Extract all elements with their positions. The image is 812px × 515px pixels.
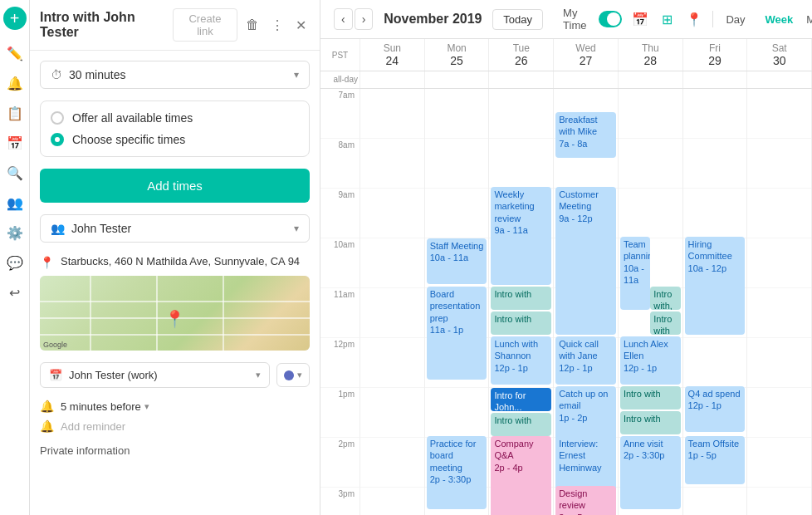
- calendar-grid: PST Sun 24 Mon 25 Tue 26 Wed 27 Thu 28: [320, 39, 812, 515]
- allday-cell-thu: [619, 71, 683, 88]
- color-select[interactable]: ▾: [276, 363, 310, 387]
- allday-cell-fri: [683, 71, 748, 88]
- location-map: 📍 Google: [40, 276, 310, 351]
- event-team-planning[interactable]: Team planning 10a - 11a: [620, 237, 650, 310]
- event-customer-meeting[interactable]: Customer Meeting 9a - 12p: [555, 187, 616, 335]
- event-intro-1[interactable]: Intro with: [491, 287, 551, 310]
- offer-all-times-option[interactable]: Offer all available times: [51, 111, 299, 125]
- choose-specific-radio[interactable]: [51, 133, 64, 146]
- week-view-button[interactable]: Week: [759, 10, 800, 29]
- event-intro-2[interactable]: Intro with: [491, 311, 551, 335]
- sidebar-notifications-icon[interactable]: 🔔: [2, 70, 28, 96]
- month-view-dropdown[interactable]: Month ▾: [806, 13, 812, 26]
- event-title: Intro with: [494, 313, 548, 325]
- reminder-row: 🔔 5 minutes before ▾: [40, 400, 310, 413]
- time-8am: 8am: [320, 139, 360, 189]
- my-time-switch[interactable]: [599, 11, 621, 27]
- event-intro-thu-4[interactable]: Intro with: [620, 411, 681, 434]
- duration-label: 30 minutes: [69, 68, 294, 81]
- event-title: Lunch Alex Ellen: [624, 338, 677, 362]
- event-title: Intro with: [494, 414, 548, 426]
- calendar-chevron-icon: ▾: [256, 370, 261, 380]
- location-view-icon[interactable]: 📍: [682, 8, 706, 31]
- time-9am: 9am: [320, 189, 360, 238]
- more-options-icon[interactable]: ⋮: [267, 14, 287, 37]
- sidebar-people-icon[interactable]: 👥: [2, 189, 28, 216]
- private-info-label: Private information: [40, 444, 310, 457]
- calendar-select[interactable]: 📅 John Tester (work) ▾: [40, 362, 270, 388]
- sidebar-calendar-icon[interactable]: 📅: [2, 130, 28, 156]
- days-grid: Staff Meeting 10a - 11a Board presentati…: [360, 89, 812, 515]
- event-title: Interview: Ernest Heminway: [559, 438, 613, 473]
- sidebar-tasks-icon[interactable]: 📋: [2, 100, 28, 126]
- color-chevron-icon: ▾: [297, 370, 302, 380]
- event-weekly-marketing[interactable]: Weekly marketing review 9a - 11a: [491, 187, 551, 285]
- grid-view-icon[interactable]: ⊞: [658, 8, 676, 31]
- event-intro-3[interactable]: Intro with: [491, 413, 551, 436]
- sidebar-back-icon[interactable]: ↩: [2, 279, 28, 306]
- event-intro-thu-2[interactable]: Intro with: [650, 311, 680, 335]
- time-11am: 11am: [320, 288, 360, 338]
- event-intro-thu-1[interactable]: Intro with, 11a: [650, 287, 680, 310]
- event-lunch-alex[interactable]: Lunch Alex Ellen 12p - 1p: [620, 336, 681, 385]
- event-title: Intro with John Tester: [40, 10, 173, 40]
- duration-select[interactable]: ⏱ 30 minutes ▾: [40, 61, 310, 89]
- close-icon[interactable]: ✕: [292, 14, 310, 37]
- event-lunch-shannon[interactable]: Lunch with Shannon 12p - 1p: [491, 336, 551, 385]
- event-quick-call-jane[interactable]: Quick call with Jane 12p - 1p: [555, 336, 616, 385]
- day-view-button[interactable]: Day: [719, 10, 751, 29]
- delete-icon[interactable]: 🗑: [242, 14, 262, 36]
- allday-cell-tue: [489, 71, 554, 88]
- next-month-button[interactable]: ›: [355, 8, 374, 30]
- offer-all-radio[interactable]: [51, 111, 64, 125]
- sidebar-search-icon[interactable]: 🔍: [2, 159, 28, 186]
- event-intro-thu-3[interactable]: Intro with: [620, 386, 681, 410]
- sidebar-chat-icon[interactable]: 💬: [2, 249, 28, 276]
- event-breakfast-mike[interactable]: Breakfast with Mike 7a - 8a: [555, 112, 616, 158]
- event-title: Customer Meeting: [559, 189, 613, 213]
- sidebar-edit-icon[interactable]: ✏️: [2, 40, 28, 66]
- sidebar-settings-icon[interactable]: ⚙️: [2, 219, 28, 246]
- event-hiring-committee[interactable]: Hiring Committee 10a - 12p: [685, 237, 746, 335]
- event-time: 9a - 12p: [559, 213, 613, 224]
- event-time: 1p - 2p: [559, 412, 613, 424]
- event-title: Lunch with Shannon: [494, 338, 548, 362]
- event-time: 10a - 11a: [624, 262, 647, 287]
- choose-specific-option[interactable]: Choose specific times: [51, 133, 299, 146]
- day-col-mon: Staff Meeting 10a - 11a Board presentati…: [425, 89, 490, 515]
- create-link-button[interactable]: Create link: [173, 8, 237, 42]
- event-intro-for-john[interactable]: Intro for John...: [491, 388, 551, 411]
- event-anne-visit[interactable]: Anne visit 2p - 3:30p: [620, 436, 681, 509]
- time-2pm: 2pm: [320, 438, 360, 488]
- event-title: Staff Meeting: [430, 240, 484, 252]
- time-12pm: 12pm: [320, 338, 360, 388]
- my-time-label: My Time: [563, 7, 594, 32]
- event-time: 12p - 1p: [688, 400, 742, 411]
- event-board-prep[interactable]: Board presentation prep 11a - 1p: [427, 287, 487, 380]
- month-view-label: Month: [806, 13, 812, 26]
- person-chevron-icon: ▾: [294, 223, 299, 234]
- person-icon: 👥: [51, 222, 65, 235]
- prev-month-button[interactable]: ‹: [334, 8, 353, 30]
- add-event-button[interactable]: +: [3, 7, 27, 30]
- day-col-tue: Weekly marketing review 9a - 11a Intro w…: [489, 89, 554, 515]
- day-header-wed: Wed 27: [554, 39, 619, 71]
- today-button[interactable]: Today: [492, 9, 543, 30]
- event-time: 11a - 1p: [430, 324, 484, 336]
- event-design-review[interactable]: Design review 3p - 5p: [555, 486, 616, 515]
- event-company-qa[interactable]: Company Q&A 2p - 4p: [491, 436, 551, 515]
- event-time: 2p - 4p: [494, 462, 548, 473]
- add-times-button[interactable]: Add times: [40, 169, 310, 203]
- event-title: Anne visit: [624, 438, 677, 449]
- calendar-view-icon[interactable]: 📅: [629, 8, 652, 31]
- person-select[interactable]: 👥 John Tester ▾: [40, 214, 310, 243]
- event-title: Weekly marketing review: [494, 189, 548, 224]
- add-reminder-button[interactable]: Add reminder: [61, 420, 125, 433]
- reminder-select[interactable]: 5 minutes before ▾: [61, 400, 149, 413]
- event-q4-ad-spend[interactable]: Q4 ad spend 12p - 1p: [685, 386, 746, 432]
- event-staff-meeting[interactable]: Staff Meeting 10a - 11a: [427, 238, 487, 284]
- event-team-offsite[interactable]: Team Offsite 1p - 5p: [685, 436, 746, 484]
- day-col-sat: [747, 89, 812, 515]
- time-10am: 10am: [320, 238, 360, 288]
- event-practice-board[interactable]: Practice for board meeting 2p - 3:30p: [427, 436, 487, 509]
